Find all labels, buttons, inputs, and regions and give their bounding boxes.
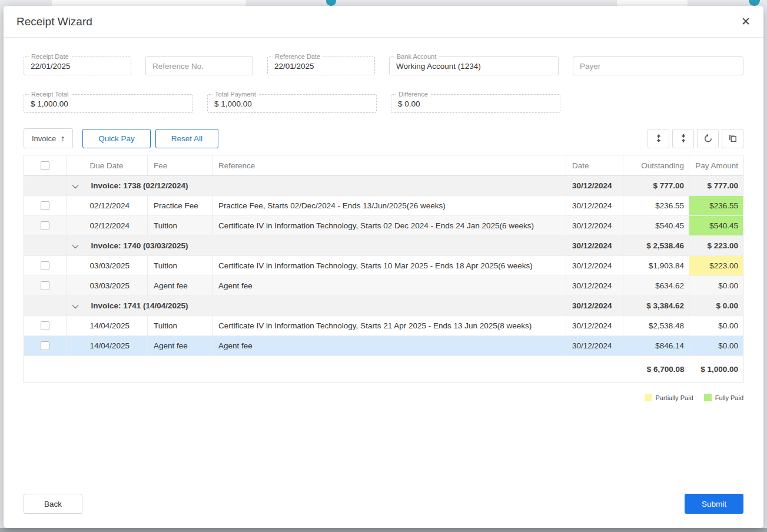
cell-reference: Certificate IV in Information Technology… — [212, 216, 566, 236]
invoice-group-label-text: Invoice: 1738 (02/12/2024) — [91, 181, 188, 190]
total-payment-field: Total Payment $ 1,000.00 — [207, 94, 377, 113]
pay-amount-total: $ 1,000.00 — [689, 356, 743, 383]
cell-outstanding: $2,538.48 — [623, 316, 689, 336]
bank-account-select[interactable]: Bank Account Working Account (1234) — [389, 56, 559, 75]
sort-invoice-button[interactable]: Invoice ↑ — [24, 128, 73, 148]
copy-button[interactable] — [722, 129, 743, 148]
group-check-cell — [24, 236, 67, 256]
cell-due-date: 03/03/2025 — [84, 276, 148, 296]
cell-reference: Practice Fee, Starts 02/Dec/2024 - Ends … — [212, 196, 566, 216]
header-fee[interactable]: Fee — [148, 155, 212, 176]
receipt-total-field: Receipt Total $ 1,000.00 — [24, 94, 193, 113]
header-pay-amount[interactable]: Pay Amount — [689, 155, 743, 176]
invoice-group-label: Invoice: 1740 (03/03/2025) — [84, 236, 566, 256]
row-expand-cell — [67, 316, 84, 336]
background-badge-icon — [326, 0, 336, 6]
row-check-cell — [24, 256, 67, 276]
fee-row[interactable]: 14/04/2025Agent feeAgent fee30/12/2024$8… — [24, 336, 743, 356]
group-outstanding: $ 777.00 — [623, 176, 689, 196]
grid-header-row: Due Date Fee Reference Date Outstanding … — [24, 155, 743, 176]
cell-reference: Certificate IV in Information Technology… — [212, 256, 566, 276]
row-expand-cell — [67, 216, 84, 236]
group-outstanding: $ 3,384.62 — [623, 296, 689, 316]
fee-row[interactable]: 02/12/2024Practice FeePractice Fee, Star… — [24, 196, 743, 216]
fields-row-1: Receipt Date 22/01/2025 Reference Date 2… — [24, 56, 743, 75]
cell-pay-amount[interactable]: $540.45 — [689, 216, 743, 236]
group-check-cell — [24, 296, 67, 316]
sort-field-label: Invoice — [32, 134, 56, 143]
total-payment-label: Total Payment — [212, 90, 258, 98]
row-checkbox[interactable] — [41, 281, 49, 290]
fees-grid: Due Date Fee Reference Date Outstanding … — [24, 155, 743, 383]
quick-pay-button[interactable]: Quick Pay — [82, 129, 151, 148]
fee-row[interactable]: 03/03/2025Agent feeAgent fee30/12/2024$6… — [24, 276, 743, 296]
row-checkbox[interactable] — [41, 221, 49, 230]
group-date: 30/12/2024 — [566, 296, 623, 316]
group-expand-cell — [67, 236, 84, 256]
revert-changes-button[interactable] — [697, 129, 719, 148]
outstanding-total: $ 6,700.08 — [623, 356, 689, 383]
header-outstanding[interactable]: Outstanding — [623, 155, 689, 176]
submit-button[interactable]: Submit — [685, 494, 743, 514]
fee-row[interactable]: 03/03/2025TuitionCertificate IV in Infor… — [24, 256, 743, 276]
header-reference[interactable]: Reference — [212, 155, 566, 176]
sort-ascending-icon: ↑ — [61, 134, 65, 143]
reset-all-button[interactable]: Reset All — [155, 129, 218, 148]
group-check-cell — [24, 176, 67, 196]
totals-empty-cell — [24, 356, 623, 383]
cell-date: 30/12/2024 — [566, 336, 623, 356]
back-button[interactable]: Back — [24, 494, 82, 514]
invoice-group-row: Invoice: 1741 (14/04/2025)30/12/2024$ 3,… — [24, 296, 743, 316]
fully-paid-swatch-icon — [704, 394, 712, 401]
background-card — [52, 0, 246, 6]
bank-account-label: Bank Account — [394, 52, 439, 61]
select-all-checkbox[interactable] — [41, 161, 49, 170]
header-due-date[interactable]: Due Date — [84, 155, 148, 176]
invoice-group-label-text: Invoice: 1741 (14/04/2025) — [91, 301, 188, 310]
cell-outstanding: $540.45 — [623, 216, 689, 236]
fields-row-2: Receipt Total $ 1,000.00 Total Payment $… — [24, 94, 743, 113]
collapse-group-icon[interactable] — [72, 302, 78, 308]
cell-fee: Practice Fee — [148, 196, 212, 216]
row-check-cell — [24, 276, 67, 296]
row-checkbox[interactable] — [41, 201, 49, 210]
fee-row[interactable]: 14/04/2025TuitionCertificate IV in Infor… — [24, 316, 743, 336]
collapse-group-icon[interactable] — [72, 182, 78, 188]
invoice-group-label-text: Invoice: 1740 (03/03/2025) — [91, 241, 188, 250]
group-date: 30/12/2024 — [566, 236, 623, 256]
reference-date-value: 22/01/2025 — [274, 62, 314, 71]
expand-all-button[interactable] — [648, 129, 669, 148]
collapse-group-icon[interactable] — [72, 242, 78, 248]
collapse-all-button[interactable] — [672, 129, 694, 148]
group-expand-cell — [67, 296, 84, 316]
reference-no-input[interactable] — [145, 56, 253, 75]
cell-pay-amount[interactable]: $0.00 — [689, 336, 743, 356]
close-icon[interactable]: ✕ — [741, 16, 751, 27]
reference-date-field[interactable]: Reference Date 22/01/2025 — [267, 56, 375, 75]
group-expand-cell — [67, 176, 84, 196]
invoice-group-row: Invoice: 1738 (02/12/2024)30/12/2024$ 77… — [24, 176, 743, 196]
group-outstanding: $ 2,538.46 — [623, 236, 689, 256]
header-date[interactable]: Date — [566, 155, 623, 176]
cell-pay-amount[interactable]: $0.00 — [689, 316, 743, 336]
cell-pay-amount[interactable]: $223.00 — [689, 256, 743, 276]
header-expand-column — [67, 155, 84, 176]
receipt-date-field[interactable]: Receipt Date 22/01/2025 — [24, 56, 131, 75]
row-checkbox[interactable] — [41, 341, 49, 350]
row-expand-cell — [67, 256, 84, 276]
expand-all-icon — [654, 134, 663, 143]
row-expand-cell — [67, 336, 84, 356]
row-checkbox[interactable] — [41, 261, 49, 270]
payer-input[interactable] — [573, 56, 743, 75]
cell-outstanding: $846.14 — [623, 336, 689, 356]
invoice-group-label: Invoice: 1738 (02/12/2024) — [84, 176, 566, 196]
cell-fee: Tuition — [148, 216, 212, 236]
bank-account-value: Working Account (1234) — [396, 62, 481, 71]
cell-date: 30/12/2024 — [566, 216, 623, 236]
cell-pay-amount[interactable]: $236.55 — [689, 196, 743, 216]
total-payment-value: $ 1,000.00 — [214, 99, 252, 108]
cell-pay-amount[interactable]: $0.00 — [689, 276, 743, 296]
fee-row[interactable]: 02/12/2024TuitionCertificate IV in Infor… — [24, 216, 743, 236]
cell-outstanding: $236.55 — [623, 196, 689, 216]
row-checkbox[interactable] — [41, 321, 49, 330]
